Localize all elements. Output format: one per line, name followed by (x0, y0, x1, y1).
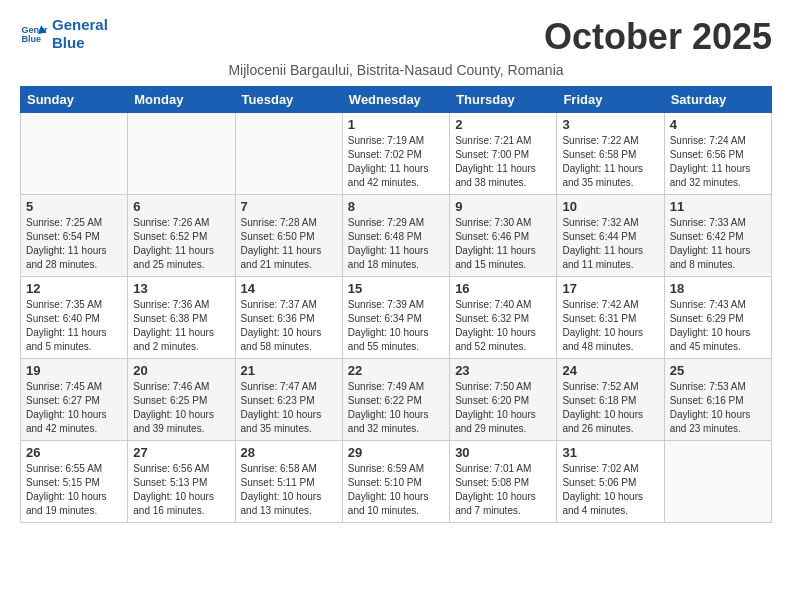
day-info: Sunrise: 7:01 AMSunset: 5:08 PMDaylight:… (455, 462, 551, 518)
day-info: Sunrise: 7:52 AMSunset: 6:18 PMDaylight:… (562, 380, 658, 436)
logo-line2: Blue (52, 34, 108, 52)
day-number: 9 (455, 199, 551, 214)
table-row: 8Sunrise: 7:29 AMSunset: 6:48 PMDaylight… (342, 195, 449, 277)
day-info: Sunrise: 7:32 AMSunset: 6:44 PMDaylight:… (562, 216, 658, 272)
day-info: Sunrise: 7:33 AMSunset: 6:42 PMDaylight:… (670, 216, 766, 272)
day-number: 13 (133, 281, 229, 296)
table-row: 26Sunrise: 6:55 AMSunset: 5:15 PMDayligh… (21, 441, 128, 523)
calendar-header-row: Sunday Monday Tuesday Wednesday Thursday… (21, 87, 772, 113)
day-info: Sunrise: 7:39 AMSunset: 6:34 PMDaylight:… (348, 298, 444, 354)
table-row: 20Sunrise: 7:46 AMSunset: 6:25 PMDayligh… (128, 359, 235, 441)
logo-icon: General Blue (20, 20, 48, 48)
day-number: 20 (133, 363, 229, 378)
month-title: October 2025 (544, 16, 772, 58)
table-row: 6Sunrise: 7:26 AMSunset: 6:52 PMDaylight… (128, 195, 235, 277)
calendar-week-row: 12Sunrise: 7:35 AMSunset: 6:40 PMDayligh… (21, 277, 772, 359)
day-info: Sunrise: 7:25 AMSunset: 6:54 PMDaylight:… (26, 216, 122, 272)
calendar-week-row: 19Sunrise: 7:45 AMSunset: 6:27 PMDayligh… (21, 359, 772, 441)
table-row: 11Sunrise: 7:33 AMSunset: 6:42 PMDayligh… (664, 195, 771, 277)
day-number: 29 (348, 445, 444, 460)
day-number: 14 (241, 281, 337, 296)
calendar-week-row: 5Sunrise: 7:25 AMSunset: 6:54 PMDaylight… (21, 195, 772, 277)
day-number: 23 (455, 363, 551, 378)
day-number: 18 (670, 281, 766, 296)
table-row: 7Sunrise: 7:28 AMSunset: 6:50 PMDaylight… (235, 195, 342, 277)
day-info: Sunrise: 7:21 AMSunset: 7:00 PMDaylight:… (455, 134, 551, 190)
day-number: 21 (241, 363, 337, 378)
day-number: 16 (455, 281, 551, 296)
day-number: 15 (348, 281, 444, 296)
table-row (235, 113, 342, 195)
day-number: 17 (562, 281, 658, 296)
table-row: 31Sunrise: 7:02 AMSunset: 5:06 PMDayligh… (557, 441, 664, 523)
day-info: Sunrise: 6:59 AMSunset: 5:10 PMDaylight:… (348, 462, 444, 518)
table-row: 5Sunrise: 7:25 AMSunset: 6:54 PMDaylight… (21, 195, 128, 277)
calendar-table: Sunday Monday Tuesday Wednesday Thursday… (20, 86, 772, 523)
day-number: 4 (670, 117, 766, 132)
table-row (128, 113, 235, 195)
table-row: 12Sunrise: 7:35 AMSunset: 6:40 PMDayligh… (21, 277, 128, 359)
table-row: 13Sunrise: 7:36 AMSunset: 6:38 PMDayligh… (128, 277, 235, 359)
day-info: Sunrise: 7:45 AMSunset: 6:27 PMDaylight:… (26, 380, 122, 436)
table-row: 18Sunrise: 7:43 AMSunset: 6:29 PMDayligh… (664, 277, 771, 359)
day-info: Sunrise: 7:43 AMSunset: 6:29 PMDaylight:… (670, 298, 766, 354)
calendar-week-row: 26Sunrise: 6:55 AMSunset: 5:15 PMDayligh… (21, 441, 772, 523)
subtitle: Mijlocenii Bargaului, Bistrita-Nasaud Co… (20, 62, 772, 78)
day-info: Sunrise: 7:26 AMSunset: 6:52 PMDaylight:… (133, 216, 229, 272)
day-info: Sunrise: 7:35 AMSunset: 6:40 PMDaylight:… (26, 298, 122, 354)
day-info: Sunrise: 7:28 AMSunset: 6:50 PMDaylight:… (241, 216, 337, 272)
table-row: 4Sunrise: 7:24 AMSunset: 6:56 PMDaylight… (664, 113, 771, 195)
day-number: 7 (241, 199, 337, 214)
day-number: 11 (670, 199, 766, 214)
table-row: 23Sunrise: 7:50 AMSunset: 6:20 PMDayligh… (450, 359, 557, 441)
svg-text:Blue: Blue (21, 34, 41, 44)
day-info: Sunrise: 7:30 AMSunset: 6:46 PMDaylight:… (455, 216, 551, 272)
table-row: 15Sunrise: 7:39 AMSunset: 6:34 PMDayligh… (342, 277, 449, 359)
day-number: 6 (133, 199, 229, 214)
day-number: 22 (348, 363, 444, 378)
table-row: 17Sunrise: 7:42 AMSunset: 6:31 PMDayligh… (557, 277, 664, 359)
table-row: 3Sunrise: 7:22 AMSunset: 6:58 PMDaylight… (557, 113, 664, 195)
day-number: 25 (670, 363, 766, 378)
day-info: Sunrise: 7:22 AMSunset: 6:58 PMDaylight:… (562, 134, 658, 190)
day-info: Sunrise: 6:56 AMSunset: 5:13 PMDaylight:… (133, 462, 229, 518)
table-row: 30Sunrise: 7:01 AMSunset: 5:08 PMDayligh… (450, 441, 557, 523)
page: General Blue General Blue October 2025 M… (0, 0, 792, 539)
day-info: Sunrise: 7:53 AMSunset: 6:16 PMDaylight:… (670, 380, 766, 436)
day-number: 8 (348, 199, 444, 214)
col-monday: Monday (128, 87, 235, 113)
col-tuesday: Tuesday (235, 87, 342, 113)
col-thursday: Thursday (450, 87, 557, 113)
table-row: 14Sunrise: 7:37 AMSunset: 6:36 PMDayligh… (235, 277, 342, 359)
day-number: 24 (562, 363, 658, 378)
day-number: 30 (455, 445, 551, 460)
table-row (21, 113, 128, 195)
day-info: Sunrise: 7:19 AMSunset: 7:02 PMDaylight:… (348, 134, 444, 190)
day-number: 28 (241, 445, 337, 460)
day-info: Sunrise: 7:49 AMSunset: 6:22 PMDaylight:… (348, 380, 444, 436)
table-row: 29Sunrise: 6:59 AMSunset: 5:10 PMDayligh… (342, 441, 449, 523)
day-info: Sunrise: 6:58 AMSunset: 5:11 PMDaylight:… (241, 462, 337, 518)
day-number: 5 (26, 199, 122, 214)
col-sunday: Sunday (21, 87, 128, 113)
day-info: Sunrise: 7:46 AMSunset: 6:25 PMDaylight:… (133, 380, 229, 436)
day-info: Sunrise: 7:50 AMSunset: 6:20 PMDaylight:… (455, 380, 551, 436)
day-info: Sunrise: 7:36 AMSunset: 6:38 PMDaylight:… (133, 298, 229, 354)
table-row: 2Sunrise: 7:21 AMSunset: 7:00 PMDaylight… (450, 113, 557, 195)
day-info: Sunrise: 7:42 AMSunset: 6:31 PMDaylight:… (562, 298, 658, 354)
col-saturday: Saturday (664, 87, 771, 113)
logo-line1: General (52, 16, 108, 34)
day-info: Sunrise: 7:24 AMSunset: 6:56 PMDaylight:… (670, 134, 766, 190)
table-row: 25Sunrise: 7:53 AMSunset: 6:16 PMDayligh… (664, 359, 771, 441)
table-row (664, 441, 771, 523)
table-row: 16Sunrise: 7:40 AMSunset: 6:32 PMDayligh… (450, 277, 557, 359)
day-number: 19 (26, 363, 122, 378)
header: General Blue General Blue October 2025 (20, 16, 772, 58)
day-number: 2 (455, 117, 551, 132)
day-number: 27 (133, 445, 229, 460)
day-info: Sunrise: 7:40 AMSunset: 6:32 PMDaylight:… (455, 298, 551, 354)
table-row: 9Sunrise: 7:30 AMSunset: 6:46 PMDaylight… (450, 195, 557, 277)
table-row: 28Sunrise: 6:58 AMSunset: 5:11 PMDayligh… (235, 441, 342, 523)
day-info: Sunrise: 7:02 AMSunset: 5:06 PMDaylight:… (562, 462, 658, 518)
day-info: Sunrise: 6:55 AMSunset: 5:15 PMDaylight:… (26, 462, 122, 518)
